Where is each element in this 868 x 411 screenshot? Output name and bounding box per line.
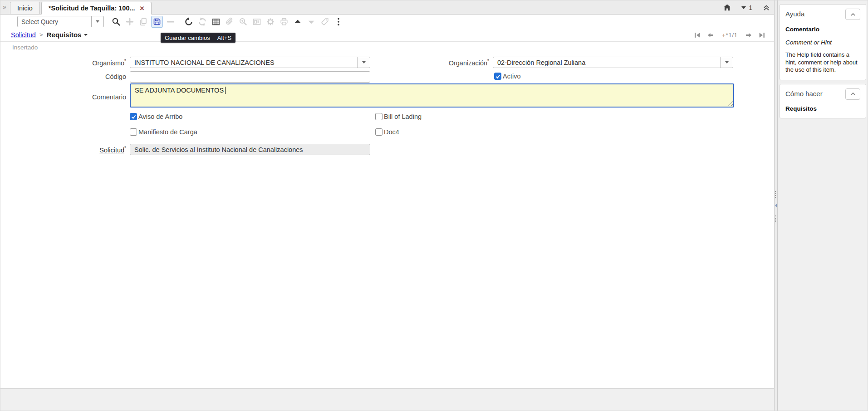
ayuda-panel-title: Ayuda <box>785 9 804 18</box>
bill-of-lading-checkbox-row[interactable]: Bill of Lading <box>375 113 422 120</box>
toolbar: Select Query <box>0 15 774 29</box>
activo-checkbox[interactable] <box>494 73 501 80</box>
solicitud-field: Solic. de Servicios al Instituto Naciona… <box>130 144 370 155</box>
session-selector[interactable]: 1 <box>741 4 752 11</box>
help-field-name: Comentario <box>785 26 860 33</box>
record-status: Insertado <box>12 44 38 51</box>
expand-down-icon[interactable] <box>305 16 317 28</box>
splitter-grip-icon <box>775 215 777 222</box>
help-hint-label: Comment or Hint <box>785 39 860 46</box>
chevron-down-icon <box>96 20 99 23</box>
chevron-down-icon <box>725 61 729 64</box>
splitter-collapse-arrow-icon[interactable] <box>775 204 777 207</box>
comentario-text: SE ADJUNTA DOCUMENTOS <box>135 87 224 94</box>
codigo-label: Código <box>28 73 126 80</box>
left-region-divider <box>8 29 8 388</box>
comentario-textarea[interactable]: SE ADJUNTA DOCUMENTOS <box>130 83 734 108</box>
organismo-dropdown[interactable] <box>357 57 370 68</box>
next-record-icon[interactable] <box>745 32 752 39</box>
chevron-up-icon <box>849 12 857 17</box>
splitter-grip-icon <box>775 191 777 198</box>
organizacion-field[interactable]: 02-Dirección Regional Zuliana <box>493 57 733 68</box>
breadcrumb: Solicitud > Requisitos <box>11 31 88 39</box>
first-record-icon[interactable] <box>694 32 701 39</box>
organismo-label: Organismo* <box>28 59 126 67</box>
breadcrumb-menu-caret-icon[interactable] <box>84 34 88 36</box>
ayuda-panel: Ayuda Comentario Comment or Hint The Hel… <box>780 4 866 80</box>
manifiesto-de-carga-checkbox[interactable] <box>130 128 137 136</box>
help-hint-text: The Help field contains a hint, comment … <box>785 51 860 74</box>
record-navigation: +*1/1 <box>694 29 765 42</box>
query-select-value: Select Query <box>18 16 91 27</box>
home-icon[interactable] <box>723 3 731 12</box>
chevron-up-icon <box>849 91 857 97</box>
como-hacer-panel: Cómo hacer Requisitos <box>780 84 866 118</box>
aviso-de-arribo-checkbox-row[interactable]: Aviso de Arribo <box>130 113 182 120</box>
solicitud-label: Solicitud* <box>28 146 126 154</box>
toolbar-buttons <box>110 16 346 28</box>
tab-inicio[interactable]: Inicio <box>10 2 40 15</box>
como-hacer-collapse-button[interactable] <box>845 88 860 100</box>
detail-view-icon[interactable] <box>251 16 263 28</box>
search-icon[interactable] <box>110 16 122 28</box>
last-record-icon[interactable] <box>759 32 765 39</box>
tabs: Inicio *Solicitud de Taquilla: 100... ✕ <box>10 2 153 15</box>
organismo-value: INSTITUTO NACIONAL DE CANALIZACIONES <box>130 57 357 68</box>
text-cursor <box>225 87 226 94</box>
breadcrumb-row: Solicitud > Requisitos +*1/1 <box>0 29 774 42</box>
panel-expander-icon[interactable]: » <box>3 3 6 10</box>
bottom-strip <box>0 388 774 411</box>
close-tab-icon[interactable]: ✕ <box>140 5 145 12</box>
delete-record-icon[interactable] <box>165 16 177 28</box>
organizacion-value: 02-Dirección Regional Zuliana <box>493 57 720 68</box>
tooltip-shortcut: Alt+S <box>217 34 231 41</box>
tab-label: *Solicitud de Taquilla: 100... <box>49 5 135 12</box>
organismo-field[interactable]: INSTITUTO NACIONAL DE CANALIZACIONES <box>130 57 370 68</box>
organizacion-dropdown[interactable] <box>720 57 733 68</box>
query-select-dropdown[interactable] <box>91 16 103 27</box>
tooltip-label: Guardar cambios <box>165 34 210 41</box>
record-indicator: +*1/1 <box>722 32 737 39</box>
panel-splitter[interactable] <box>774 0 778 411</box>
doc4-checkbox[interactable] <box>375 128 383 136</box>
solicitud-label-link[interactable]: Solicitud <box>99 147 124 154</box>
help-sidebar: Ayuda Comentario Comment or Hint The Hel… <box>778 0 868 411</box>
codigo-input[interactable] <box>130 71 370 83</box>
double-chevron-up-icon[interactable] <box>762 4 770 12</box>
tag-icon[interactable] <box>319 16 331 28</box>
bill-of-lading-checkbox[interactable] <box>375 113 383 120</box>
quick-actions: 1 <box>723 0 770 15</box>
resize-handle[interactable] <box>728 101 733 106</box>
ayuda-collapse-button[interactable] <box>845 9 860 20</box>
settings-icon[interactable] <box>265 16 276 28</box>
breadcrumb-current[interactable]: Requisitos <box>47 31 82 39</box>
tab-label: Inicio <box>17 5 33 12</box>
print-icon[interactable] <box>278 16 290 28</box>
tab-solicitud-de-taquilla[interactable]: *Solicitud de Taquilla: 100... ✕ <box>41 2 152 15</box>
organizacion-label: Organización* <box>391 59 489 67</box>
more-vertical-icon[interactable] <box>333 16 344 28</box>
como-hacer-panel-title: Cómo hacer <box>785 88 823 98</box>
undo-icon[interactable] <box>183 16 195 28</box>
main-area: » Inicio *Solicitud de Taquilla: 100... … <box>0 0 774 411</box>
aviso-de-arribo-checkbox[interactable] <box>130 113 137 120</box>
manifiesto-de-carga-checkbox-row[interactable]: Manifiesto de Carga <box>130 128 197 136</box>
app-window: » Inicio *Solicitud de Taquilla: 100... … <box>0 0 868 411</box>
query-select[interactable]: Select Query <box>17 16 104 27</box>
previous-record-icon[interactable] <box>707 32 714 39</box>
doc4-checkbox-row[interactable]: Doc4 <box>375 128 399 136</box>
refresh-icon[interactable] <box>196 16 208 28</box>
activo-label: Activo <box>503 73 521 80</box>
comentario-label: Comentario <box>28 93 126 101</box>
activo-checkbox-row[interactable]: Activo <box>494 73 521 80</box>
save-icon[interactable] <box>151 16 163 28</box>
breadcrumb-parent-link[interactable]: Solicitud <box>11 31 36 39</box>
triangle-down-icon <box>741 6 746 9</box>
collapse-up-icon[interactable] <box>292 16 304 28</box>
add-record-icon[interactable] <box>124 16 136 28</box>
grid-view-icon[interactable] <box>210 16 222 28</box>
duplicate-record-icon[interactable] <box>137 16 149 28</box>
zoom-in-icon[interactable] <box>237 16 249 28</box>
attachment-icon[interactable] <box>224 16 235 28</box>
tab-bar: » Inicio *Solicitud de Taquilla: 100... … <box>0 0 774 15</box>
